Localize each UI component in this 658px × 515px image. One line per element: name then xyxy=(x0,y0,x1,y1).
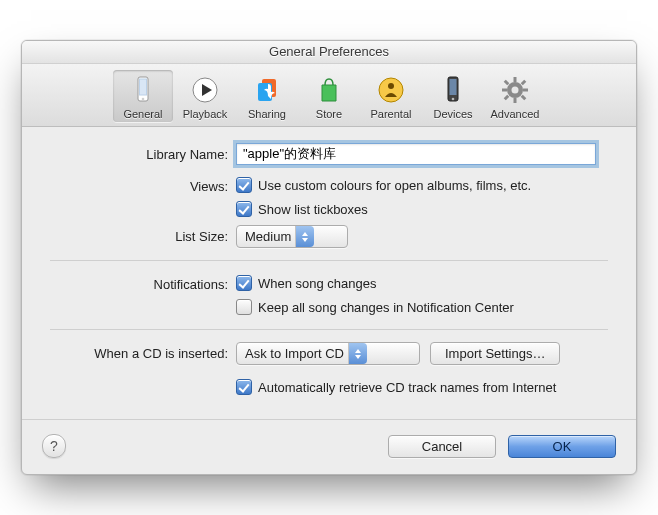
list-size-value: Medium xyxy=(245,229,295,244)
checkbox-keep-notification-center[interactable] xyxy=(236,299,252,315)
svg-rect-16 xyxy=(523,89,528,92)
preferences-window: General Preferences General Playback xyxy=(21,40,637,475)
checkbox-show-tickboxes-label: Show list tickboxes xyxy=(258,202,368,217)
gear-icon xyxy=(499,74,531,106)
cd-action-select[interactable]: Ask to Import CD xyxy=(236,342,420,365)
svg-rect-15 xyxy=(502,89,507,92)
divider xyxy=(50,260,608,261)
toolbar-label: Parental xyxy=(363,108,419,120)
toolbar-tab-advanced[interactable]: Advanced xyxy=(485,70,545,122)
select-arrows-icon xyxy=(295,226,314,247)
cancel-button-label: Cancel xyxy=(422,439,462,454)
svg-point-11 xyxy=(452,98,455,101)
help-button[interactable]: ? xyxy=(42,434,66,458)
devices-icon xyxy=(437,74,469,106)
svg-rect-20 xyxy=(521,95,527,101)
checkbox-song-changes-label: When song changes xyxy=(258,276,377,291)
footer: ? Cancel OK xyxy=(22,419,636,474)
import-settings-button-label: Import Settings… xyxy=(445,346,545,361)
svg-rect-1 xyxy=(140,79,147,95)
sharing-icon xyxy=(251,74,283,106)
window-title: General Preferences xyxy=(22,41,636,64)
preferences-body: Library Name: Views: Use custom colours … xyxy=(22,127,636,419)
toolbar-tab-general[interactable]: General xyxy=(113,70,173,122)
toolbar-tab-playback[interactable]: Playback xyxy=(175,70,235,122)
checkbox-auto-retrieve-label: Automatically retrieve CD track names fr… xyxy=(258,380,556,395)
general-icon xyxy=(127,74,159,106)
checkbox-custom-colours[interactable] xyxy=(236,177,252,193)
select-arrows-icon xyxy=(348,343,367,364)
checkbox-custom-colours-label: Use custom colours for open albums, film… xyxy=(258,178,531,193)
svg-rect-17 xyxy=(504,80,510,86)
svg-rect-14 xyxy=(514,98,517,103)
toolbar-tab-parental[interactable]: Parental xyxy=(361,70,421,122)
ok-button-label: OK xyxy=(553,439,572,454)
toolbar-label: Advanced xyxy=(487,108,543,120)
toolbar-label: Store xyxy=(301,108,357,120)
checkbox-show-tickboxes[interactable] xyxy=(236,201,252,217)
list-size-label: List Size: xyxy=(50,225,236,244)
ok-button[interactable]: OK xyxy=(508,435,616,458)
import-settings-button[interactable]: Import Settings… xyxy=(430,342,560,365)
checkbox-auto-retrieve[interactable] xyxy=(236,379,252,395)
help-icon: ? xyxy=(50,438,58,454)
toolbar-label: General xyxy=(115,108,171,120)
notifications-label: Notifications: xyxy=(50,273,236,292)
toolbar-label: Devices xyxy=(425,108,481,120)
cd-inserted-label: When a CD is inserted: xyxy=(50,342,236,361)
svg-point-7 xyxy=(379,78,403,102)
toolbar-label: Playback xyxy=(177,108,233,120)
toolbar-label: Sharing xyxy=(239,108,295,120)
views-label: Views: xyxy=(50,175,236,194)
library-name-label: Library Name: xyxy=(50,143,236,162)
svg-rect-19 xyxy=(504,95,510,101)
toolbar-tab-sharing[interactable]: Sharing xyxy=(237,70,297,122)
list-size-select[interactable]: Medium xyxy=(236,225,348,248)
divider xyxy=(50,329,608,330)
cancel-button[interactable]: Cancel xyxy=(388,435,496,458)
library-name-input[interactable] xyxy=(236,143,596,165)
playback-icon xyxy=(189,74,221,106)
parental-icon xyxy=(375,74,407,106)
svg-rect-13 xyxy=(514,77,517,82)
toolbar-tab-store[interactable]: Store xyxy=(299,70,359,122)
cd-action-value: Ask to Import CD xyxy=(245,346,348,361)
toolbar-tab-devices[interactable]: Devices xyxy=(423,70,483,122)
svg-point-21 xyxy=(512,87,519,94)
svg-point-2 xyxy=(142,98,145,101)
svg-rect-18 xyxy=(521,80,527,86)
svg-point-8 xyxy=(388,83,394,89)
checkbox-song-changes[interactable] xyxy=(236,275,252,291)
svg-rect-10 xyxy=(450,79,457,95)
checkbox-keep-notification-center-label: Keep all song changes in Notification Ce… xyxy=(258,300,514,315)
store-icon xyxy=(313,74,345,106)
toolbar: General Playback Sharing xyxy=(22,64,636,127)
